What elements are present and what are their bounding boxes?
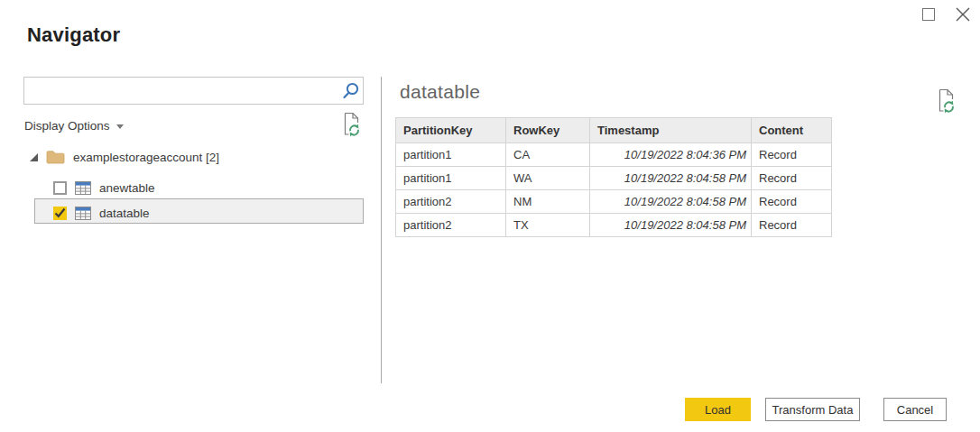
- cell-partitionkey: partition1: [396, 143, 506, 167]
- preview-table: PartitionKey RowKey Timestamp Content pa…: [395, 117, 832, 237]
- cell-content: Record: [752, 190, 832, 214]
- folder-icon: [46, 150, 65, 164]
- tree-item-label: datatable: [99, 207, 150, 220]
- cell-content: Record: [752, 214, 832, 237]
- column-header-partitionkey: PartitionKey: [396, 118, 506, 143]
- close-icon[interactable]: [955, 6, 971, 23]
- cell-rowkey: NM: [506, 190, 590, 214]
- table-header-row: PartitionKey RowKey Timestamp Content: [396, 118, 832, 143]
- panel-divider: [381, 77, 382, 383]
- checkbox-datatable[interactable]: [53, 207, 67, 220]
- table-icon: [75, 181, 91, 195]
- cell-content: Record: [752, 143, 832, 167]
- tree-item-label: examplestorageaccount [2]: [73, 151, 219, 164]
- search-icon[interactable]: [339, 81, 363, 101]
- tree-item-datatable[interactable]: datatable: [53, 202, 150, 224]
- document-refresh-icon[interactable]: [936, 88, 957, 114]
- table-icon: [75, 207, 91, 220]
- cell-content: Record: [752, 167, 832, 190]
- maximize-button[interactable]: [922, 8, 935, 21]
- checkbox-anewtable[interactable]: [53, 181, 67, 195]
- load-button[interactable]: Load: [685, 398, 751, 421]
- cell-timestamp: 10/19/2022 8:04:58 PM: [590, 167, 752, 190]
- search-box: [23, 77, 364, 105]
- tree-item-storage-account[interactable]: examplestorageaccount [2]: [30, 146, 219, 168]
- cell-rowkey: TX: [506, 214, 590, 237]
- column-header-content: Content: [752, 118, 832, 143]
- table-row: partition1 WA 10/19/2022 8:04:58 PM Reco…: [396, 167, 832, 190]
- table-row: partition2 TX 10/19/2022 8:04:58 PM Reco…: [396, 214, 832, 237]
- cell-timestamp: 10/19/2022 8:04:58 PM: [590, 190, 752, 214]
- column-header-timestamp: Timestamp: [590, 118, 752, 143]
- expand-triangle-icon[interactable]: [30, 153, 38, 161]
- cell-timestamp: 10/19/2022 8:04:36 PM: [590, 143, 752, 167]
- document-refresh-icon[interactable]: [341, 112, 362, 137]
- tree-item-label: anewtable: [99, 181, 155, 195]
- transform-data-button[interactable]: Transform Data: [765, 398, 860, 421]
- cell-timestamp: 10/19/2022 8:04:58 PM: [590, 214, 752, 237]
- preview-title: datatable: [400, 81, 480, 103]
- search-input[interactable]: [24, 78, 339, 104]
- cell-rowkey: WA: [506, 167, 590, 190]
- cancel-button[interactable]: Cancel: [883, 398, 947, 421]
- cell-partitionkey: partition1: [396, 167, 506, 190]
- display-options-dropdown[interactable]: Display Options: [24, 116, 124, 134]
- tree-item-anewtable[interactable]: anewtable: [53, 177, 155, 198]
- check-icon: [54, 207, 66, 218]
- display-options-label: Display Options: [24, 119, 110, 133]
- cell-partitionkey: partition2: [396, 190, 506, 214]
- column-header-rowkey: RowKey: [506, 118, 590, 143]
- table-row: partition2 NM 10/19/2022 8:04:58 PM Reco…: [396, 190, 832, 214]
- page-title: Navigator: [27, 23, 120, 47]
- cell-partitionkey: partition2: [396, 214, 506, 237]
- chevron-down-icon: [116, 124, 124, 129]
- table-row: partition1 CA 10/19/2022 8:04:36 PM Reco…: [396, 143, 832, 167]
- cell-rowkey: CA: [506, 143, 590, 167]
